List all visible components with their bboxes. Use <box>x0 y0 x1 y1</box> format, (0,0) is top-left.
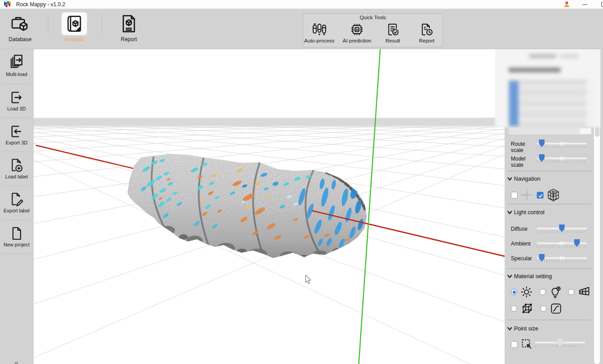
diffuse-slider-row: Diffuse 50 <box>505 224 593 233</box>
sidebar-item-label: Multi-load <box>0 72 33 77</box>
frustum-icon <box>577 285 591 299</box>
sidebar-item-new-project[interactable]: New project <box>0 223 33 254</box>
viewport-scene <box>34 49 505 364</box>
nav-item-label: Analysis <box>54 36 94 42</box>
model-scale-slider[interactable]: 10 <box>537 157 587 159</box>
svg-text:AI: AI <box>356 28 359 31</box>
ai-prediction-icon: AI <box>349 22 365 37</box>
database-icon <box>10 14 30 34</box>
nav-item-label: Report <box>109 36 149 42</box>
toolbar-separator <box>102 14 102 35</box>
sun-icon <box>520 285 533 299</box>
material-wireframe-radio[interactable] <box>511 305 517 312</box>
axes-crosshair-icon <box>520 188 534 202</box>
ambient-slider[interactable]: 80 <box>537 242 587 244</box>
quick-tool-label: Auto-process <box>300 38 339 43</box>
report-clock-icon <box>420 22 434 37</box>
new-project-icon <box>9 226 24 241</box>
maximize-icon <box>601 2 603 7</box>
result-icon <box>386 22 400 37</box>
popup-horizontal-scrollbar[interactable] <box>509 127 592 135</box>
quick-tool-ai-prediction[interactable]: AI AI prediction <box>338 21 376 47</box>
quick-tools-title: Quick Tools <box>303 15 442 20</box>
bulb-off-icon <box>548 285 562 299</box>
panel-divider <box>507 204 591 204</box>
point-size-slider-row: 5 <box>535 338 585 351</box>
main-toolbar: Database Analysis <box>0 9 603 49</box>
maximize-button[interactable] <box>597 0 603 9</box>
material-curve-radio[interactable] <box>540 305 547 312</box>
ambient-slider-row: Ambient 80 <box>505 238 593 248</box>
collapse-chevrons-icon: « <box>14 359 18 364</box>
analysis-icon <box>64 14 85 34</box>
chevron-down-icon <box>507 275 512 278</box>
diffuse-slider[interactable]: 50 <box>537 228 587 229</box>
slider-label: Route scale <box>505 139 537 153</box>
route-scale-slider-row: Route scale 10 <box>505 139 593 153</box>
sidebar-separator <box>2 118 31 118</box>
section-header-navigation[interactable]: Navigation <box>505 176 593 182</box>
sidebar-item-export-3d[interactable]: Export 3D <box>0 121 33 152</box>
sidebar-item-load-3d[interactable]: Load 3D <box>0 87 33 119</box>
nav-item-database[interactable]: Database <box>0 13 40 48</box>
route-scale-slider[interactable]: 10 <box>537 143 587 144</box>
slider-label: Diffuse <box>505 224 537 233</box>
material-no-light-radio[interactable] <box>539 289 546 295</box>
section-header-light-control[interactable]: Light control <box>505 209 593 216</box>
section-header-point-size[interactable]: Point size <box>505 326 593 332</box>
material-perspective-radio[interactable] <box>568 289 574 295</box>
slider-ticks <box>537 245 587 248</box>
minimize-icon <box>582 4 587 5</box>
app-logo-icon <box>4 0 11 8</box>
nav-item-report[interactable]: Report <box>109 13 149 48</box>
sidebar-collapse-button[interactable]: « <box>10 358 23 364</box>
section-title: Material setting <box>514 273 552 279</box>
blurred-content <box>494 46 601 128</box>
material-sun-radio[interactable] <box>511 289 517 295</box>
sidebar-separator <box>2 186 31 186</box>
minimize-button[interactable] <box>578 0 591 9</box>
load-3d-icon <box>9 90 24 105</box>
viewport-3d[interactable] <box>34 49 505 364</box>
sidebar-item-label: Export 3D <box>0 140 33 145</box>
auto-process-icon <box>311 22 327 37</box>
window-title: Rock Mappy - v1.0.2 <box>16 1 65 8</box>
point-size-checkbox[interactable] <box>511 341 518 348</box>
quick-tool-auto-process[interactable]: Auto-process <box>300 21 339 47</box>
slider-label: Ambient <box>505 238 537 248</box>
walk-cube-icon <box>546 188 561 202</box>
user-account-button[interactable] <box>560 0 573 9</box>
walk-navigation-checkbox[interactable] <box>537 192 544 199</box>
report-icon <box>119 14 139 34</box>
person-icon <box>563 1 570 8</box>
slider-label: Model scale <box>505 153 537 168</box>
quick-tool-result[interactable]: Result <box>374 21 412 47</box>
axes-visibility-checkbox[interactable] <box>511 192 518 199</box>
sidebar-item-export-label[interactable]: Export label <box>0 189 33 220</box>
scrollbar-thumb[interactable] <box>580 128 591 134</box>
toolbar-separator <box>48 14 48 35</box>
point-size-slider[interactable]: 5 <box>535 342 585 343</box>
sidebar-item-label: Export label <box>0 208 33 213</box>
section-title: Navigation <box>514 176 540 182</box>
nav-item-analysis[interactable]: Analysis <box>54 13 94 48</box>
slider-ticks <box>537 161 587 163</box>
sidebar-item-load-label[interactable]: Load label <box>0 155 33 186</box>
vertex-cube-icon <box>520 302 534 315</box>
panel-divider <box>507 320 591 320</box>
specular-slider[interactable]: 10 <box>537 257 587 259</box>
sidebar-separator <box>2 152 31 152</box>
sidebar-item-multi-load[interactable]: Multi-load <box>0 53 33 84</box>
sidebar-separator <box>2 254 31 254</box>
export-3d-icon <box>9 124 24 139</box>
section-title: Point size <box>514 326 538 332</box>
specular-slider-row: Specular 10 <box>505 253 593 262</box>
nav-item-label: Database <box>0 36 40 42</box>
export-label-icon <box>9 192 24 207</box>
section-title: Light control <box>514 209 544 216</box>
sidebar-separator <box>2 84 31 84</box>
sidebar-item-label: Load label <box>0 174 33 179</box>
quick-tool-report[interactable]: Report <box>408 21 446 47</box>
section-header-material-setting[interactable]: Material setting <box>505 273 593 279</box>
chevron-down-icon <box>507 327 512 330</box>
